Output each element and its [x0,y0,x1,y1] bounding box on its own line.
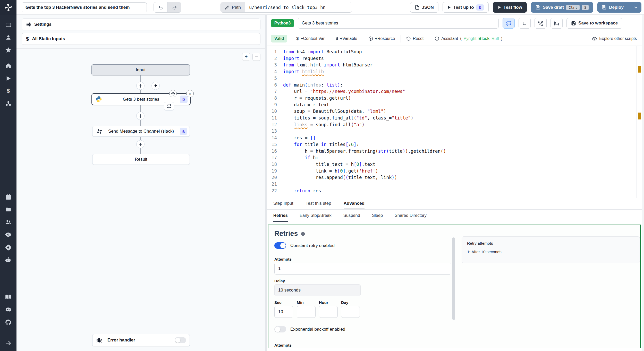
sidebar-item-groups[interactable] [5,219,12,225]
play-icon [497,5,501,9]
tab-step-input[interactable]: Step Input [273,198,293,209]
retries-section: Retries Constant retry enabled Attempts … [268,225,641,348]
sidebar-item-workspace[interactable] [5,21,12,28]
zoom-out-button[interactable]: − [252,53,260,61]
sidebar-item-favorites[interactable] [5,47,12,53]
reset-button[interactable]: Reset [401,35,429,42]
sidebar-item-user[interactable] [5,34,12,41]
kbd-s: S [582,5,589,10]
sidebar-item-workers[interactable] [5,256,12,263]
error-handler-toggle[interactable] [175,337,186,343]
tab-advanced[interactable]: Advanced [344,198,365,209]
sidebar-expand-button[interactable] [5,340,12,346]
flow-title-input[interactable] [22,2,147,12]
save-to-workspace-button[interactable]: Save to workspace [566,18,622,29]
add-context-var-label: +Context Var [301,36,325,41]
json-button[interactable]: JSON [410,2,438,13]
deploy-more-button[interactable] [630,2,641,12]
subtab-retries[interactable]: Retries [273,210,288,222]
editor-ruler [636,46,637,198]
repeat-icon [167,104,172,109]
error-handler-node[interactable]: Error handler [92,334,190,346]
delete-step-button[interactable]: ✕ [186,90,194,97]
windmill-logo[interactable] [0,0,16,15]
sidebar-item-home[interactable] [5,62,12,69]
flow-node-step-a[interactable]: Send Message to Channel (slack) a [92,126,190,137]
all-static-inputs-button[interactable]: $ All Static Inputs [22,33,260,45]
assistant-button[interactable]: Assistant ( Pyright Black Ruff ) [429,35,508,42]
subtab-early-stop[interactable]: Early Stop/Break [300,210,332,222]
add-context-var-button[interactable]: $ +Context Var [291,35,330,42]
sidebar-item-github[interactable] [5,319,12,326]
retries-tool-button[interactable] [503,18,515,29]
constant-retry-label: Constant retry enabled [290,243,335,248]
sidebar-item-docs[interactable] [5,294,12,300]
sidebar-item-folders[interactable] [5,206,12,213]
add-variable-button[interactable]: $ +Variable [330,35,363,42]
day-input[interactable] [341,306,360,318]
attempts-input[interactable] [274,263,451,275]
sidebar-item-discord[interactable] [5,306,12,313]
add-step-button[interactable] [136,82,145,90]
subtab-sleep[interactable]: Sleep [372,210,383,222]
add-step-button[interactable] [136,112,145,120]
trigger-button[interactable] [151,82,160,90]
sidebar-item-variables[interactable]: $ [5,88,12,94]
panel-splitter[interactable] [265,15,267,351]
undo-redo-group [154,2,181,13]
save-draft-button[interactable]: Save draft Ctrl S [531,2,593,13]
subtab-suspend[interactable]: Suspend [343,210,360,222]
hour-input[interactable] [319,306,338,318]
tab-label: Advanced [344,201,365,206]
exponential-backoff-toggle[interactable] [274,326,286,332]
early-stop-tool-button[interactable] [519,18,531,29]
retry-attempt-line: 1: After 10 seconds [467,250,634,254]
flow-node-result[interactable]: Result [92,154,190,165]
flow-node-input[interactable]: Input [91,64,190,75]
flow-settings-button[interactable]: Settings [22,19,260,30]
step-name-input[interactable] [298,18,499,29]
language-badge: Python3 [271,19,294,27]
constant-retry-toggle[interactable] [274,242,286,249]
tab-test-this-step[interactable]: Test this step [306,198,331,209]
subtab-shared-directory[interactable]: Shared Directory [395,210,427,222]
undo-button[interactable] [154,2,167,12]
zoom-in-button[interactable]: + [242,53,250,61]
dollar-icon: $ [296,36,299,41]
suspend-tool-button[interactable] [535,18,547,29]
retry-indicator-chip[interactable] [164,102,174,110]
min-input[interactable] [297,306,316,318]
code-editor[interactable]: 12345678910111213141516171819202122 from… [267,46,642,198]
redo-button[interactable] [167,2,181,12]
sidebar-item-schedules[interactable] [5,193,12,200]
sidebar-item-settings[interactable] [5,244,12,251]
add-resource-button[interactable]: +Resource [363,35,401,42]
path-value[interactable]: u/henri/send_to_slack_top3_hn [245,2,352,12]
flow-canvas-panel: Settings $ All Static Inputs + − Input [16,15,265,351]
explore-other-scripts-button[interactable]: Explore other scripts [592,36,642,41]
attempts-label: Attempts [274,257,292,262]
deploy-button-group: Deploy [597,2,641,13]
assistant-ruff: Ruff [492,36,499,41]
move-step-button[interactable] [169,90,177,97]
exponential-backoff-label: Exponential backoff enabled [290,327,345,332]
page-scrollbar[interactable] [642,15,644,351]
folder-icon [5,206,12,213]
sidebar-item-audit-logs[interactable] [5,231,12,238]
flow-edge [140,75,141,82]
sleep-tool-button[interactable] [550,18,563,29]
users-icon [5,219,12,225]
deploy-button[interactable]: Deploy [598,2,628,12]
path-edit-button[interactable]: Path [221,2,245,12]
test-up-to-button[interactable]: Test up to b [443,2,489,13]
add-step-button[interactable] [136,140,145,148]
test-flow-button[interactable]: Test flow [493,2,527,13]
sidebar-item-runs[interactable] [5,75,12,82]
topbar-actions: JSON Test up to b Test flow Save draft C… [410,2,642,13]
sec-input[interactable] [274,306,293,318]
sidebar-item-resources[interactable] [5,100,12,107]
save-icon [536,5,540,10]
advanced-subtabs: Retries Early Stop/Break Suspend Sleep S… [267,210,642,222]
retries-scrollbar[interactable] [452,237,455,320]
minus-icon: − [255,54,258,60]
